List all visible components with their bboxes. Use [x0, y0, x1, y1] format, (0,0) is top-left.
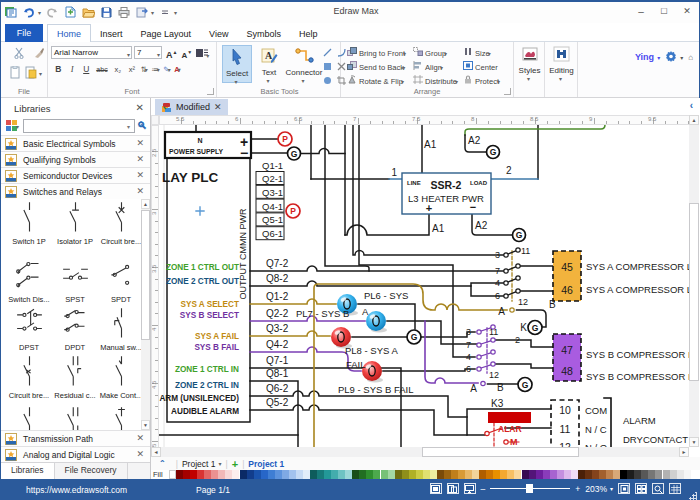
collapse-pagebar-icon[interactable]: ⌃ [159, 459, 166, 468]
library-header-semiconductor-devices[interactable]: Semiconductor Devices✕ [1, 167, 150, 183]
fill-swatch[interactable] [218, 470, 225, 479]
fill-swatch[interactable] [465, 470, 472, 479]
fill-swatch[interactable] [275, 470, 282, 479]
scroll-right-icon[interactable]: ► [679, 447, 689, 457]
fill-swatch[interactable] [670, 470, 677, 479]
fill-swatch[interactable] [331, 470, 338, 479]
symbol-item[interactable] [52, 405, 98, 430]
zoom-in-button[interactable]: + [575, 484, 580, 494]
fill-swatch[interactable] [634, 470, 641, 479]
fill-swatch[interactable] [663, 470, 670, 479]
app-icon[interactable] [4, 5, 18, 19]
fill-swatch[interactable] [176, 470, 183, 479]
customize-icon[interactable] [158, 5, 172, 19]
font-name-select[interactable]: Arial Narrow▾ [51, 46, 132, 59]
fill-swatch[interactable] [557, 470, 564, 479]
fill-swatch[interactable] [684, 470, 691, 479]
fill-swatch[interactable] [225, 470, 232, 479]
fill-swatch[interactable] [437, 470, 444, 479]
library-close-icon[interactable]: ✕ [136, 449, 144, 459]
fill-swatch[interactable] [211, 470, 218, 479]
rectangle-shape-icon[interactable] [323, 62, 332, 73]
fill-swatch[interactable] [366, 470, 373, 479]
sidebar-tab-file-recovery[interactable]: File Recovery [55, 463, 128, 479]
fill-swatch[interactable] [606, 470, 613, 479]
fill-swatch[interactable] [620, 470, 627, 479]
grid-icon[interactable] [669, 483, 681, 494]
libraries-panel-close-icon[interactable]: ✕ [136, 102, 144, 113]
settings-gear-icon[interactable] [665, 50, 677, 64]
protect-button[interactable]: Protect▾ [463, 75, 500, 86]
maximize-button[interactable]: ☐ [656, 4, 672, 18]
fill-swatch[interactable] [282, 470, 289, 479]
fill-swatch[interactable] [613, 470, 620, 479]
library-header-switches-and-relays[interactable]: Switches and Relays✕ [1, 183, 150, 199]
tab-page-layout[interactable]: Page Layout [132, 25, 201, 43]
fill-swatch[interactable] [395, 470, 402, 479]
fill-swatch[interactable] [493, 470, 500, 479]
fill-swatch[interactable] [423, 470, 430, 479]
fill-swatch[interactable] [204, 470, 211, 479]
select-tool-button[interactable]: Select ▾ [222, 45, 252, 83]
fill-swatch[interactable] [479, 470, 486, 479]
undo-icon[interactable] [22, 5, 36, 19]
page-link[interactable]: Project 1 [248, 459, 284, 469]
document-tab-close-icon[interactable]: ✕ [214, 102, 222, 112]
tab-help[interactable]: Help [290, 25, 327, 43]
distribute-button[interactable]: Distribute▾ [413, 75, 458, 86]
fill-swatch[interactable] [648, 470, 655, 479]
italic-button[interactable]: I [67, 64, 78, 74]
font-size-select[interactable]: 7▾ [134, 46, 162, 59]
symbol-circuit-bre-[interactable]: Circuit bre... [98, 201, 142, 246]
fill-swatch[interactable] [352, 470, 359, 479]
fill-swatch[interactable] [550, 470, 557, 479]
fill-swatch[interactable] [402, 470, 409, 479]
document-tab[interactable]: Modified ✕ [155, 99, 228, 115]
fill-swatch[interactable] [592, 470, 599, 479]
symbol-manual-sw-[interactable]: Manual sw... [98, 307, 142, 352]
bold-button[interactable]: B [53, 64, 64, 74]
sidebar-scroll-up-icon[interactable]: ▲ [141, 199, 150, 209]
decrease-font-icon[interactable]: A▼ [181, 49, 192, 60]
library-search-input[interactable] [23, 119, 135, 133]
fill-swatch[interactable] [190, 470, 197, 479]
fill-swatch[interactable] [472, 470, 479, 479]
symbol-dpdt[interactable]: DPDT [52, 307, 98, 352]
fill-swatch[interactable] [261, 470, 268, 479]
fill-swatch[interactable] [564, 470, 571, 479]
library-header-analog-and-digital-logic[interactable]: Analog and Digital Logic✕ [1, 446, 150, 462]
symbol-isolator-1p[interactable]: Isolator 1P [52, 201, 98, 246]
fill-swatch[interactable] [324, 470, 331, 479]
library-close-icon[interactable]: ✕ [136, 138, 144, 148]
library-close-icon[interactable]: ✕ [136, 154, 144, 164]
fill-swatch[interactable] [345, 470, 352, 479]
fill-swatch[interactable] [268, 470, 275, 479]
sidebar-scrollbar[interactable]: ▲ ▼ [141, 199, 150, 430]
fill-swatch[interactable] [543, 470, 550, 479]
symbol-switch-1p[interactable]: Switch 1P [6, 201, 52, 246]
underline-button[interactable]: U [81, 64, 92, 74]
symbol-spst[interactable]: SPST [52, 259, 98, 304]
line-spacing-button[interactable]: ⇅▾ [141, 65, 148, 74]
vscroll-thumb[interactable] [689, 203, 699, 381]
fit-window-icon[interactable] [618, 483, 630, 494]
rotate-flip-button[interactable]: Rotate & Flip▾ [347, 75, 404, 86]
library-close-icon[interactable]: ✕ [136, 170, 144, 180]
tab-symbols[interactable]: Symbols [237, 25, 290, 43]
library-close-icon[interactable]: ✕ [136, 433, 144, 443]
fill-swatch[interactable] [444, 470, 451, 479]
print-icon[interactable] [117, 5, 131, 19]
fill-swatch[interactable] [536, 470, 543, 479]
fill-swatch[interactable] [500, 470, 507, 479]
save-icon[interactable] [99, 5, 113, 19]
fill-swatch[interactable] [409, 470, 416, 479]
scroll-down-icon[interactable]: ▼ [689, 437, 699, 447]
symbol-spdt[interactable]: SPDT [98, 259, 142, 304]
fill-swatch[interactable] [247, 470, 254, 479]
collapse-ribbon-icon[interactable]: ⌂ [688, 53, 693, 62]
paste-special-icon[interactable] [25, 66, 37, 81]
export-dropdown[interactable]: ▾ [151, 9, 154, 16]
fill-swatch[interactable] [388, 470, 395, 479]
fill-swatch[interactable] [338, 470, 345, 479]
font-dialog-launcher[interactable] [207, 88, 214, 95]
